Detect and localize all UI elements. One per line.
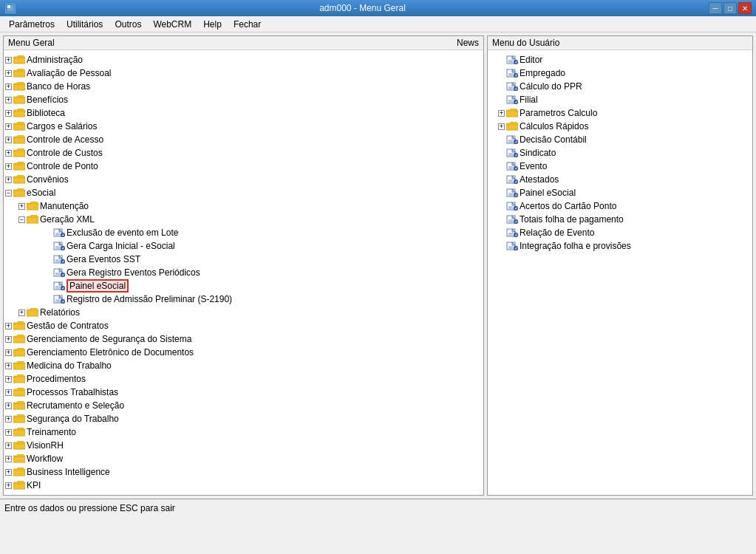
tree-toggle-avaliacao[interactable]: + [5,70,12,77]
tree-item-banco[interactable]: + Banco de Horas [5,80,482,93]
tree-item-geracao-xml[interactable]: − Geração XML [5,213,482,226]
tree-item-label: Manutenção [40,200,89,212]
menu-utilitarios[interactable]: Utilitários [61,18,109,31]
tree-item-gerenc-seguranca[interactable]: + Gerenciamento de Segurança do Sistema [5,332,482,346]
menu-outros[interactable]: Outros [109,18,147,31]
right-tree-item-1[interactable]: Empregado [489,66,751,80]
svg-point-49 [514,153,518,157]
tree-toggle-relatorios[interactable]: + [18,310,25,316]
tree-toggle-cargos[interactable]: + [5,123,12,130]
tree-item-painel-esocial[interactable]: Painel eSocial [5,279,482,293]
tree-item-biblioteca[interactable]: + Biblioteca [5,106,482,120]
right-spacer [498,57,505,64]
menu-webcrm[interactable]: WebCRM [147,18,197,31]
tree-toggle-workflow[interactable]: + [5,456,12,462]
tree-toggle-kpi[interactable]: + [5,482,12,489]
tree-item-processos[interactable]: + Processos Trabalhistas [5,386,482,399]
svg-point-13 [61,259,65,264]
tree-item-label: Controle de Custos [27,147,103,159]
tree-toggle-procedimentos[interactable]: + [5,376,12,383]
tree-item-registro-admissao[interactable]: Registro de Admissão Preliminar (S-2190) [5,293,482,306]
tree-toggle-recrutamento[interactable]: + [5,403,12,409]
tree-item-workflow[interactable]: + Workflow [5,452,482,465]
right-tree-item-5[interactable]: + Cálculos Rápidos [489,120,751,133]
tree-item-gera-sst[interactable]: Gera Eventos SST [5,253,482,266]
close-button[interactable]: ✕ [738,2,752,14]
tree-toggle-gestao-contratos[interactable]: + [5,323,12,329]
right-tree-item-3[interactable]: Filial [489,93,751,106]
leaf-icon [53,228,65,237]
tree-item-gera-registro[interactable]: Gera Registro Eventos Periódicos [5,266,482,279]
right-toggle-5[interactable]: + [498,123,505,130]
tree-toggle-visionrh[interactable]: + [5,442,12,449]
minimize-button[interactable]: ─ [709,2,722,14]
tree-item-relatorios[interactable]: + Relatórios [5,306,482,319]
tree-item-kpi[interactable]: + KPI [5,479,482,492]
tree-toggle-controle-acesso[interactable]: + [5,137,12,143]
right-tree-item-10[interactable]: Painel eSocial [489,186,751,199]
tree-toggle-medicina[interactable]: + [5,363,12,369]
svg-point-77 [514,246,518,250]
tree-item-convenios[interactable]: + Convênios [5,173,482,186]
tree-item-controle-custos[interactable]: + Controle de Custos [5,146,482,160]
right-tree-item-12[interactable]: Totais folha de pagamento [489,213,751,226]
right-tree-item-9[interactable]: Atestados [489,173,751,186]
right-spacer [498,177,505,183]
right-tree-area[interactable]: Editor Empregado Cálculo do PPR Filial+ … [488,50,752,495]
right-tree-item-0[interactable]: Editor [489,53,751,66]
tree-item-beneficios[interactable]: + Benefícios [5,93,482,106]
tree-toggle-treinamento[interactable]: + [5,429,12,436]
tree-toggle-controle-custos[interactable]: + [5,150,12,157]
tree-item-exclusao[interactable]: Exclusão de evento em Lote [5,226,482,239]
tree-item-cargos[interactable]: + Cargos e Salários [5,120,482,133]
tree-toggle-administracao[interactable]: + [5,57,12,64]
tree-toggle-bi[interactable]: + [5,469,12,476]
tree-toggle-processos[interactable]: + [5,389,12,396]
tree-toggle-geracao-xml[interactable]: − [18,216,25,223]
right-toggle-4[interactable]: + [498,110,505,117]
maximize-button[interactable]: □ [723,2,737,14]
tree-item-gerenc-eletronico[interactable]: + Gerenciamento Eletrônico de Documentos [5,346,482,359]
menu-fechar[interactable]: Fechar [228,18,267,31]
tree-toggle-seguranca[interactable]: + [5,416,12,423]
tree-toggle-beneficios[interactable]: + [5,97,12,103]
tree-toggle-convenios[interactable]: + [5,177,12,183]
tree-item-avaliacao[interactable]: + Avaliação de Pessoal [5,66,482,80]
tree-toggle-esocial[interactable]: − [5,190,12,196]
tree-area[interactable]: + Administração+ Avaliação de Pessoal+ B… [4,50,483,495]
right-tree-item-8[interactable]: Evento [489,160,751,173]
menu-parametros[interactable]: Parâmetros [3,18,61,31]
tree-item-carga-inicial[interactable]: Gera Carga Inicial - eSocial [5,239,482,253]
tree-item-treinamento[interactable]: + Treinamento [5,425,482,439]
tree-item-seguranca[interactable]: + Segurança do Trabalho [5,412,482,425]
tree-item-controle-acesso[interactable]: + Controle de Acesso [5,133,482,146]
folder-icon [13,481,25,490]
tree-item-gestao-contratos[interactable]: + Gestão de Contratos [5,319,482,332]
tree-item-procedimentos[interactable]: + Procedimentos [5,372,482,386]
tree-item-label: VisionRH [27,440,64,451]
tree-item-bi[interactable]: + Business Intelligence [5,465,482,479]
tree-toggle-manutencao[interactable]: + [18,203,25,210]
right-tree-item-11[interactable]: Acertos do Cartão Ponto [489,199,751,213]
tree-item-recrutamento[interactable]: + Recrutamento e Seleção [5,399,482,412]
tree-toggle-gerenc-eletronico[interactable]: + [5,349,12,356]
svg-point-9 [61,246,65,250]
right-tree-item-4[interactable]: + Parametros Calculo [489,106,751,120]
right-tree-item-2[interactable]: Cálculo do PPR [489,80,751,93]
tree-toggle-biblioteca[interactable]: + [5,110,12,117]
right-tree-item-7[interactable]: Sindicato [489,146,751,160]
right-tree-item-13[interactable]: Relação de Evento [489,226,751,239]
right-tree-item-6[interactable]: Decisão Contábil [489,133,751,146]
tree-item-visionrh[interactable]: + VisionRH [5,439,482,452]
tree-item-medicina[interactable]: + Medicina do Trabalho [5,359,482,372]
tree-toggle-banco[interactable]: + [5,83,12,90]
right-tree-item-14[interactable]: Integração folha e provisões [489,239,751,253]
tree-item-esocial[interactable]: − eSocial [5,186,482,199]
tree-item-label: Controle de Acesso [27,134,103,146]
tree-item-administracao[interactable]: + Administração [5,53,482,66]
tree-item-manutencao[interactable]: + Manutenção [5,199,482,213]
tree-item-controle-ponto[interactable]: + Controle de Ponto [5,160,482,173]
tree-toggle-controle-ponto[interactable]: + [5,163,12,170]
tree-toggle-gerenc-seguranca[interactable]: + [5,336,12,343]
menu-help[interactable]: Help [197,18,228,31]
